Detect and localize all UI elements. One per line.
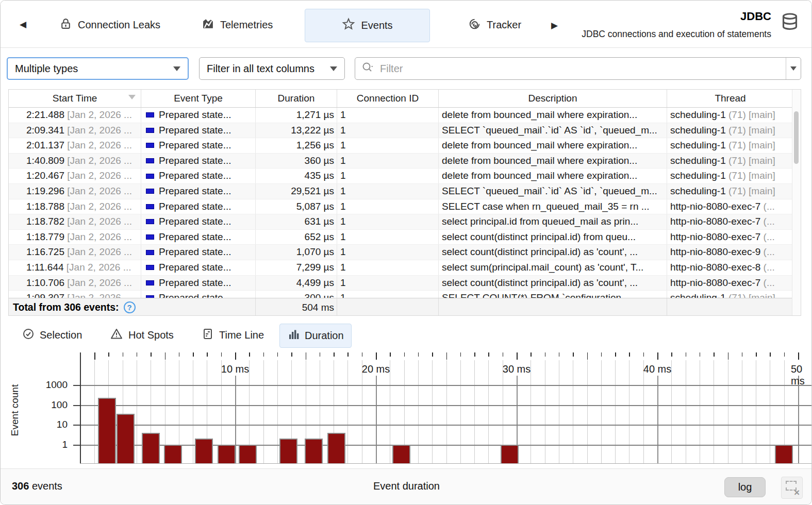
table-row[interactable]: 1:40.809 [Jan 2, 2026 ...Prepared state.… — [9, 154, 801, 169]
table-row[interactable]: 2:21.488 [Jan 2, 2026 ...Prepared state.… — [9, 108, 801, 123]
histogram-bar[interactable] — [501, 445, 519, 463]
chart-x-tick — [320, 352, 321, 357]
event-type-filter-select[interactable]: Multiple types — [7, 57, 189, 80]
chart-gridline-vertical — [362, 360, 362, 463]
cell-description: SELECT `queued_mail`.`id` AS `id`, `queu… — [439, 184, 667, 199]
text-filter-field[interactable] — [355, 57, 801, 80]
telemetry-icon — [202, 18, 214, 33]
event-type-chip-icon — [146, 280, 154, 285]
chart-x-tick — [165, 352, 166, 360]
cell-connection-id: 1 — [337, 245, 439, 260]
view-selector-bar: Selection Hot Spots Time Line — [1, 320, 812, 350]
histogram-bar[interactable] — [327, 433, 345, 463]
table-header: Start Time Event Type Duration Connectio… — [9, 90, 801, 108]
table-row[interactable]: 1:11.644 [Jan 2, 2026 ...Prepared state.… — [9, 260, 801, 276]
histogram-bar[interactable] — [279, 439, 297, 463]
chart-x-tick — [432, 352, 433, 357]
help-icon[interactable]: ? — [124, 301, 136, 313]
chart-gridline-vertical — [545, 360, 545, 463]
chart-gridline-vertical — [193, 360, 193, 463]
cell-thread: scheduling-1 (71) [main] — [667, 154, 793, 169]
tab-connection-leaks[interactable]: Connection Leaks — [52, 9, 168, 41]
column-header-start-time[interactable]: Start Time — [9, 90, 141, 107]
cell-description: select count(distinct principal.id) from… — [439, 230, 667, 245]
view-tab-selection[interactable]: Selection — [15, 324, 89, 347]
histogram-bar[interactable] — [117, 414, 135, 463]
histogram-bar[interactable] — [305, 439, 323, 463]
histogram-bar[interactable] — [164, 445, 182, 463]
column-header-connection-id[interactable]: Connection ID — [337, 90, 439, 107]
chart-x-tick — [545, 352, 546, 357]
chart-gridline-vertical — [137, 360, 137, 463]
histogram-bar[interactable] — [775, 445, 793, 463]
event-type-chip-icon — [146, 128, 154, 133]
cell-duration: 652 µs — [256, 230, 337, 245]
histogram-bar[interactable] — [195, 439, 213, 463]
table-row[interactable]: 1:16.725 [Jan 2, 2026 ...Prepared state.… — [9, 245, 801, 260]
chevron-down-icon — [173, 66, 180, 71]
scroll-tabs-right-button[interactable]: ▶ — [551, 20, 558, 31]
cell-event-type: Prepared state... — [141, 276, 256, 291]
column-header-duration[interactable]: Duration — [256, 90, 337, 107]
chart-y-tick-label: 1 — [31, 439, 68, 450]
cell-thread: http-nio-8080-exec-8 (... — [667, 260, 793, 275]
table-row[interactable]: 1:09.307 [Jan 2, 2026 ...Prepared state.… — [9, 291, 801, 298]
view-tab-duration[interactable]: Duration — [279, 324, 352, 348]
table-row[interactable]: 1:20.467 [Jan 2, 2026 ...Prepared state.… — [9, 169, 801, 184]
chart-x-tick — [587, 352, 588, 360]
tab-label: Events — [361, 20, 392, 31]
tab-telemetries[interactable]: Telemetries — [194, 9, 280, 41]
histogram-bar[interactable] — [142, 433, 160, 463]
table-row[interactable]: 1:18.779 [Jan 2, 2026 ...Prepared state.… — [9, 230, 801, 245]
histogram-bar[interactable] — [392, 445, 410, 463]
table-row[interactable]: 1:19.296 [Jan 2, 2026 ...Prepared state.… — [9, 184, 801, 199]
chart-x-tick — [686, 352, 687, 357]
column-filter-select[interactable]: Filter in all text columns — [199, 57, 345, 80]
chart-gridline-vertical — [418, 360, 419, 463]
histogram-bar[interactable] — [218, 445, 236, 463]
view-tab-time-line[interactable]: Time Line — [194, 324, 271, 347]
chart-x-tick — [347, 352, 349, 357]
chart-x-tick — [193, 352, 194, 357]
chart-gridline-vertical — [601, 360, 602, 463]
tab-tracker[interactable]: Tracker — [461, 9, 528, 41]
scrollbar-thumb[interactable] — [794, 111, 799, 164]
scroll-tabs-left-button[interactable]: ◀ — [20, 19, 26, 30]
cell-thread: scheduling-1 (71) [main] — [667, 184, 793, 199]
chart-x-axis-title: Event duration — [1, 480, 812, 492]
cell-start-time: 1:18.788 [Jan 2, 2026 ... — [9, 199, 141, 214]
filter-history-dropdown[interactable] — [786, 58, 801, 79]
event-type-chip-icon — [146, 219, 154, 224]
tab-label: Telemetries — [220, 19, 273, 31]
table-row[interactable]: 2:09.341 [Jan 2, 2026 ...Prepared state.… — [9, 123, 801, 139]
filter-bar: Multiple types Filter in all text column… — [1, 48, 812, 89]
chart-x-tick — [207, 352, 208, 357]
view-tab-hot-spots[interactable]: Hot Spots — [103, 324, 181, 347]
table-scrollbar[interactable] — [792, 90, 801, 315]
table-row[interactable]: 1:10.706 [Jan 2, 2026 ...Prepared state.… — [9, 276, 801, 291]
column-header-description[interactable]: Description — [439, 90, 667, 107]
table-row[interactable]: 1:18.788 [Jan 2, 2026 ...Prepared state.… — [9, 199, 801, 215]
chart-gridline-vertical — [671, 360, 672, 463]
search-icon — [361, 61, 375, 76]
table-row[interactable]: 1:18.782 [Jan 2, 2026 ...Prepared state.… — [9, 214, 801, 230]
histogram-bar[interactable] — [239, 445, 257, 463]
table-row[interactable]: 2:01.137 [Jan 2, 2026 ...Prepared state.… — [9, 138, 801, 154]
clear-selection-button[interactable]: × — [781, 477, 803, 499]
column-header-event-type[interactable]: Event Type — [141, 90, 256, 107]
log-scale-toggle-button[interactable]: log — [724, 477, 766, 497]
text-filter-input[interactable] — [379, 62, 786, 75]
cell-duration: 1,256 µs — [256, 138, 337, 153]
cell-start-time: 2:21.488 [Jan 2, 2026 ... — [9, 108, 141, 123]
events-table: Start Time Event Type Duration Connectio… — [8, 89, 801, 316]
histogram-bar[interactable] — [98, 398, 116, 463]
column-header-thread[interactable]: Thread — [667, 90, 793, 107]
chart-gridline-vertical — [94, 360, 95, 463]
chart-x-tick-label: 10 ms — [221, 363, 249, 375]
cell-thread: scheduling-1 (71) [main] — [667, 108, 793, 123]
chart-x-tick — [714, 352, 715, 357]
cell-description: select principal.id from queued_mail as … — [439, 214, 667, 229]
tab-events[interactable]: Events — [305, 9, 430, 42]
chart-gridline-vertical — [263, 360, 264, 463]
chart-gridline-vertical — [629, 360, 629, 463]
